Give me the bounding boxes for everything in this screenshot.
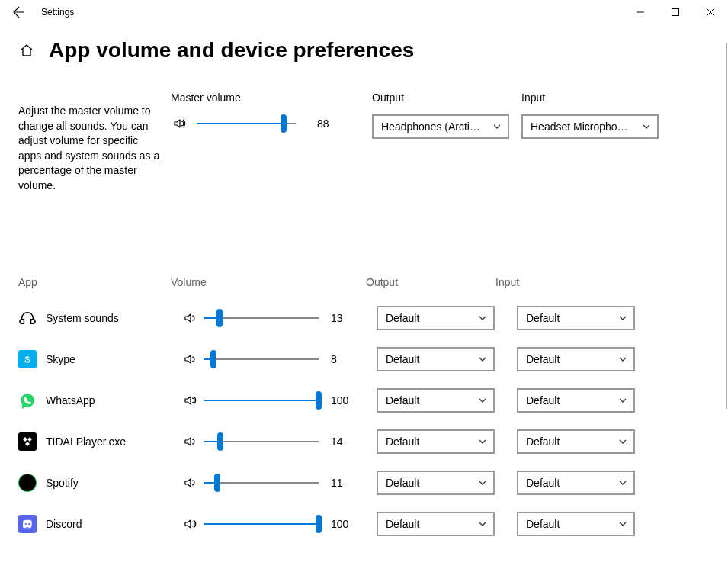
app-header: App [18, 276, 171, 288]
titlebar: Settings [0, 0, 728, 24]
app-name-label: System sounds [46, 312, 119, 324]
svg-point-4 [28, 522, 30, 524]
app-output-value: Default [386, 518, 473, 530]
app-icon-glyph [18, 391, 37, 410]
app-output-select[interactable]: Default [377, 471, 495, 495]
chevron-down-icon [618, 478, 627, 487]
volume-header: Volume [171, 276, 366, 288]
app-volume-mute-button[interactable] [181, 311, 198, 325]
chevron-down-icon [618, 519, 627, 529]
master-output-select[interactable]: Headphones (Arcti… [372, 114, 509, 139]
master-volume-mute-button[interactable] [171, 117, 188, 130]
app-output-value: Default [386, 477, 473, 489]
discord-icon [18, 515, 37, 533]
input-header: Input [495, 276, 625, 288]
app-output-value: Default [386, 436, 473, 448]
app-row: WhatsApp 100 Default Default [18, 378, 728, 423]
app-row: Discord 100 Default Default [18, 502, 728, 546]
page-description: Adjust the master volume to change all s… [18, 104, 171, 194]
master-input-value: Headset Micropho… [531, 121, 637, 133]
app-volume-mute-button[interactable] [181, 517, 198, 531]
minimize-button[interactable] [623, 0, 658, 24]
app-output-select[interactable]: Default [377, 512, 495, 536]
back-button[interactable] [11, 4, 27, 21]
app-input-select[interactable]: Default [517, 512, 635, 536]
app-input-select[interactable]: Default [517, 388, 635, 413]
app-input-select[interactable]: Default [517, 429, 635, 454]
app-name-label: Skype [46, 353, 75, 365]
app-input-value: Default [526, 312, 614, 324]
chevron-down-icon [478, 313, 487, 323]
app-volume-slider[interactable] [204, 350, 319, 368]
app-output-select[interactable]: Default [377, 306, 495, 330]
chevron-down-icon [618, 313, 627, 323]
app-volume-slider[interactable] [204, 474, 319, 492]
app-volume-value: 100 [331, 518, 357, 530]
app-output-value: Default [386, 394, 473, 407]
back-arrow-icon [13, 6, 25, 18]
output-header: Output [366, 276, 495, 288]
app-input-select[interactable]: Default [517, 471, 635, 495]
app-output-value: Default [386, 312, 473, 324]
master-input-select[interactable]: Headset Micropho… [521, 114, 659, 139]
app-input-value: Default [526, 394, 614, 407]
app-output-select[interactable]: Default [377, 347, 495, 371]
master-volume-label: Master volume [171, 92, 354, 104]
chevron-down-icon [478, 519, 487, 529]
app-volume-value: 11 [331, 477, 357, 489]
app-name-label: WhatsApp [46, 394, 95, 407]
skype-icon [18, 350, 37, 368]
app-icon-glyph [21, 435, 34, 448]
app-input-value: Default [526, 353, 614, 365]
page-title: App volume and device preferences [49, 38, 414, 63]
app-input-value: Default [526, 436, 614, 448]
tidal-icon [18, 432, 37, 451]
app-output-value: Default [386, 353, 473, 365]
app-input-value: Default [526, 518, 614, 530]
app-output-select[interactable]: Default [377, 429, 495, 454]
app-volume-mute-button[interactable] [181, 435, 198, 448]
chevron-down-icon [492, 122, 502, 131]
window-title: Settings [41, 7, 74, 18]
home-icon [19, 43, 34, 58]
input-label: Input [521, 92, 659, 104]
app-name-label: Discord [46, 518, 82, 530]
minimize-icon [637, 8, 644, 16]
svg-rect-0 [672, 9, 679, 16]
app-input-select[interactable]: Default [517, 306, 635, 330]
chevron-down-icon [478, 396, 487, 405]
app-output-select[interactable]: Default [377, 388, 495, 413]
app-icon-glyph [18, 474, 37, 492]
close-icon [707, 8, 714, 16]
master-volume-slider[interactable] [197, 114, 296, 133]
close-button[interactable] [693, 0, 728, 24]
headphones-icon [18, 309, 37, 327]
master-volume-value: 88 [317, 117, 343, 130]
spotify-icon [18, 474, 37, 492]
chevron-down-icon [618, 437, 627, 446]
home-button[interactable] [18, 42, 35, 59]
chevron-down-icon [478, 355, 487, 364]
app-volume-slider[interactable] [204, 391, 319, 410]
app-volume-mute-button[interactable] [181, 394, 198, 407]
maximize-button[interactable] [658, 0, 693, 24]
app-icon-glyph [21, 517, 34, 531]
app-name-label: TIDALPlayer.exe [46, 436, 126, 448]
output-label: Output [372, 92, 509, 104]
app-volume-value: 14 [331, 436, 357, 448]
app-input-select[interactable]: Default [517, 347, 635, 371]
app-volume-value: 13 [331, 312, 357, 324]
app-icon-glyph [21, 353, 34, 365]
app-volume-slider[interactable] [204, 309, 319, 327]
app-volume-slider[interactable] [204, 515, 319, 533]
whatsapp-icon [18, 391, 37, 410]
app-input-value: Default [526, 477, 614, 489]
app-row: System sounds 13 Default Default [18, 296, 728, 340]
app-row: TIDALPlayer.exe 14 Default Default [18, 419, 728, 464]
chevron-down-icon [618, 396, 627, 405]
app-volume-mute-button[interactable] [181, 476, 198, 490]
app-icon-glyph [19, 310, 36, 326]
scrollbar[interactable] [726, 43, 727, 409]
app-volume-slider[interactable] [204, 432, 319, 451]
app-volume-mute-button[interactable] [181, 352, 198, 366]
